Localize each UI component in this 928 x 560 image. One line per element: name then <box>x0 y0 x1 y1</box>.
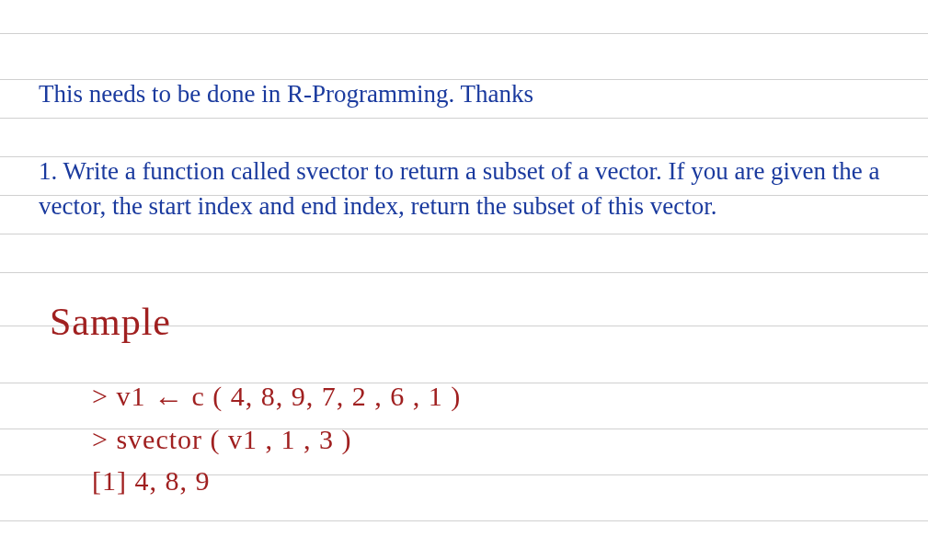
ruled-line <box>0 272 928 273</box>
ruled-line <box>0 33 928 34</box>
ruled-line <box>0 520 928 521</box>
assign-arrow-icon: ← <box>154 383 184 417</box>
prompt-symbol: > <box>92 381 109 411</box>
ruled-line <box>0 234 928 234</box>
sample-heading: Sample <box>50 300 171 344</box>
lined-paper: This needs to be done in R-Programming. … <box>0 0 928 560</box>
code-line-2: > svector ( v1 , 1 , 3 ) <box>92 424 352 455</box>
intro-text: This needs to be done in R-Programming. … <box>39 77 533 112</box>
variable-name: v1 <box>116 381 145 411</box>
question-text: 1. Write a function called svector to re… <box>39 154 900 224</box>
ruled-line <box>0 118 928 119</box>
code-line-1: > v1 ← c ( 4, 8, 9, 7, 2 , 6 , 1 ) <box>92 381 461 417</box>
code-line-3: [1] 4, 8, 9 <box>92 465 210 497</box>
vector-call: c ( 4, 8, 9, 7, 2 , 6 , 1 ) <box>191 381 461 411</box>
